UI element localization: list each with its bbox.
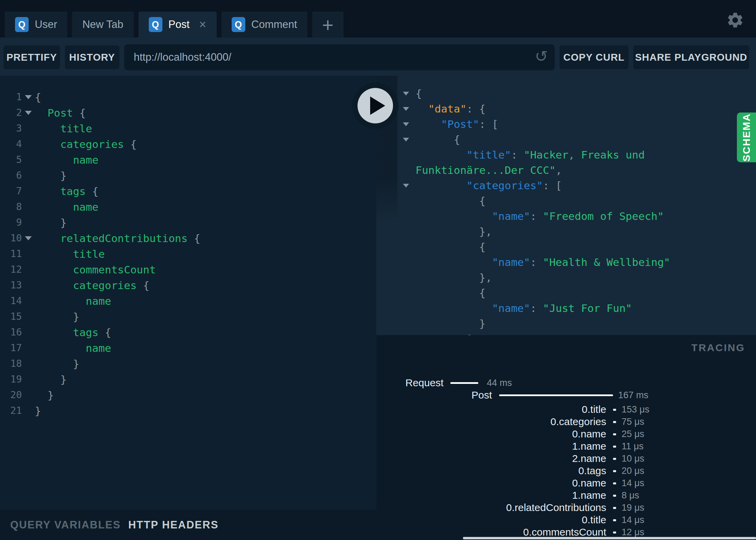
tab-post[interactable]: QPost× bbox=[139, 12, 217, 38]
line-number: 18 bbox=[0, 356, 22, 372]
trace-duration-bar bbox=[450, 382, 478, 384]
schema-tab-button[interactable]: SCHEMA bbox=[737, 112, 756, 162]
trace-time: 75 μs bbox=[622, 416, 644, 428]
tab-label: Comment bbox=[251, 18, 297, 31]
code-line: 9} bbox=[0, 215, 376, 230]
response-text: "Post": [ bbox=[416, 118, 498, 130]
tab-new-tab[interactable]: New Tab bbox=[72, 12, 133, 38]
http-headers-tab[interactable]: HTTP HEADERS bbox=[128, 519, 219, 531]
trace-time: 44 ms bbox=[487, 377, 512, 389]
response-text: { bbox=[416, 195, 485, 207]
endpoint-url-input[interactable]: http://localhost:4000/ ↺ bbox=[124, 44, 555, 70]
tab-user[interactable]: QUser bbox=[5, 12, 67, 38]
code-text: } bbox=[35, 309, 79, 325]
history-button[interactable]: HISTORY bbox=[65, 45, 119, 69]
query-badge-icon: Q bbox=[15, 17, 29, 32]
schema-tab-label: SCHEMA bbox=[741, 113, 752, 162]
trace-label: Post bbox=[471, 389, 492, 401]
response-line: } bbox=[376, 316, 756, 331]
fold-gutter bbox=[22, 199, 35, 215]
line-number: 12 bbox=[0, 262, 22, 278]
share-playground-button[interactable]: SHARE PLAYGROUND bbox=[633, 45, 749, 69]
trace-label: 1.name bbox=[572, 489, 606, 501]
play-icon bbox=[370, 96, 385, 115]
code-text: commentsCount bbox=[35, 262, 156, 278]
trace-time: 20 μs bbox=[622, 465, 644, 477]
close-tab-icon[interactable]: × bbox=[199, 18, 206, 31]
fold-gutter bbox=[22, 293, 35, 309]
response-text: { bbox=[416, 241, 485, 253]
copy-curl-button[interactable]: COPY CURL bbox=[559, 45, 628, 69]
fold-gutter bbox=[22, 152, 35, 168]
trace-duration-dash bbox=[613, 519, 616, 521]
code-line: 19} bbox=[0, 372, 376, 387]
line-number: 17 bbox=[0, 340, 22, 356]
fold-gutter bbox=[22, 136, 35, 152]
trace-label: 2.name bbox=[572, 452, 606, 465]
graphql-playground-window: QUserNew TabQPost×QComment + PRETTIFY HI… bbox=[0, 0, 756, 540]
fold-arrow-icon[interactable] bbox=[25, 236, 32, 240]
code-text: } bbox=[35, 215, 67, 230]
response-text: { bbox=[416, 133, 460, 146]
fold-arrow-icon[interactable] bbox=[25, 95, 32, 99]
toolbar: PRETTIFY HISTORY http://localhost:4000/ … bbox=[0, 38, 756, 76]
trace-time: 11 μs bbox=[622, 440, 644, 452]
line-number: 3 bbox=[0, 121, 22, 136]
trace-duration-dash bbox=[613, 531, 616, 534]
query-editor[interactable]: 1{2Post {3title4categories {5name6}7tags… bbox=[0, 76, 376, 510]
collapse-arrow-icon[interactable] bbox=[403, 184, 409, 188]
trace-row: Request44 ms bbox=[376, 377, 756, 389]
fold-gutter bbox=[22, 168, 35, 183]
collapse-arrow-icon[interactable] bbox=[403, 92, 409, 95]
trace-label: 0.tags bbox=[578, 465, 606, 477]
response-line: "name": "Health & Wellbeing" bbox=[376, 255, 756, 270]
trace-duration-dash bbox=[613, 421, 616, 423]
trace-duration-bar bbox=[499, 394, 613, 396]
response-text: "title": "Hacker, Freaks und bbox=[416, 149, 645, 161]
code-line: 7tags { bbox=[0, 183, 376, 199]
tab-comment[interactable]: QComment bbox=[221, 12, 307, 38]
line-number: 15 bbox=[0, 309, 22, 325]
response-text: "name": "Freedom of Speech" bbox=[416, 210, 664, 222]
fold-gutter bbox=[22, 325, 35, 340]
collapse-arrow-icon[interactable] bbox=[403, 122, 409, 126]
collapse-arrow-icon[interactable] bbox=[403, 107, 409, 111]
trace-time: 8 μs bbox=[622, 489, 639, 501]
response-lines: {"data": {"Post": [{"title": "Hacker, Fr… bbox=[376, 86, 756, 335]
response-text: Funktionäre...Der CCC", bbox=[416, 164, 562, 176]
code-line: 20} bbox=[0, 387, 376, 403]
response-line: ] bbox=[376, 331, 756, 335]
collapse-arrow-icon[interactable] bbox=[403, 138, 409, 141]
line-number: 2 bbox=[0, 105, 22, 121]
footer-bar: QUERY VARIABLES HTTP HEADERS bbox=[0, 510, 376, 540]
trace-time: 19 μs bbox=[622, 501, 644, 514]
fold-gutter bbox=[22, 230, 35, 246]
query-editor-lines: 1{2Post {3title4categories {5name6}7tags… bbox=[0, 89, 376, 419]
code-line: 16tags { bbox=[0, 325, 376, 340]
add-tab-button[interactable]: + bbox=[312, 12, 344, 38]
response-text: }, bbox=[416, 271, 492, 284]
trace-time: 10 μs bbox=[622, 452, 644, 465]
line-number: 14 bbox=[0, 293, 22, 309]
reload-icon[interactable]: ↺ bbox=[535, 47, 548, 65]
response-line: "name": "Freedom of Speech" bbox=[376, 209, 756, 224]
trace-duration-dash bbox=[613, 409, 616, 411]
code-line: 4categories { bbox=[0, 136, 376, 152]
query-variables-tab[interactable]: QUERY VARIABLES bbox=[10, 519, 121, 531]
tracing-panel: TRACING Request44 msPost167 ms0.title153… bbox=[376, 335, 756, 540]
prettify-button[interactable]: PRETTIFY bbox=[3, 45, 60, 69]
code-text: name bbox=[35, 152, 99, 168]
query-badge-icon: Q bbox=[149, 17, 162, 32]
line-number: 10 bbox=[0, 230, 22, 246]
response-line: { bbox=[376, 193, 756, 209]
tabs: QUserNew TabQPost×QComment bbox=[5, 12, 307, 38]
trace-row: Post167 ms bbox=[376, 389, 756, 401]
settings-button[interactable] bbox=[726, 11, 744, 29]
fold-arrow-icon[interactable] bbox=[25, 111, 32, 115]
execute-query-button[interactable] bbox=[352, 82, 398, 129]
horizontal-scrollbar[interactable] bbox=[463, 537, 756, 539]
tracing-title: TRACING bbox=[691, 342, 745, 354]
code-text: } bbox=[35, 387, 54, 403]
trace-duration-dash bbox=[613, 495, 616, 497]
trace-label: 0.name bbox=[572, 477, 606, 489]
